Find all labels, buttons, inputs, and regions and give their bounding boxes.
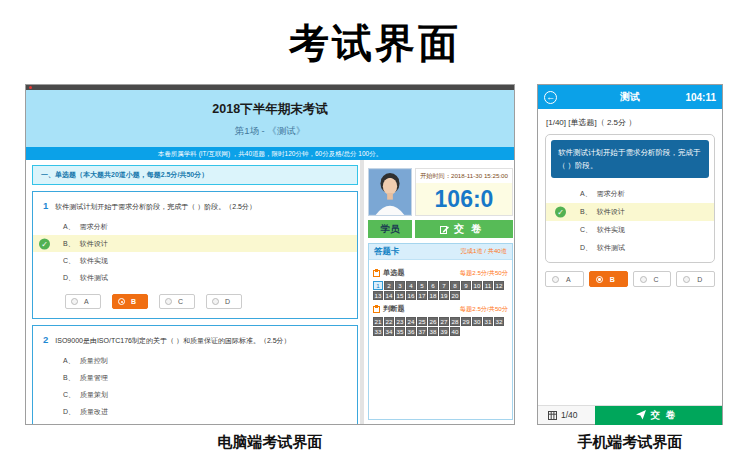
option-text: 软件实现 <box>597 226 625 233</box>
answer-card-cell[interactable]: 38 <box>428 327 438 336</box>
answer-card-cell[interactable]: 1 <box>373 281 383 290</box>
answer-card-cell[interactable]: 15 <box>395 291 405 300</box>
answer-card-cell[interactable]: 18 <box>428 291 438 300</box>
option-list: A、需求分析✓B、软件设计C、软件实现D、软件测试 <box>33 218 357 286</box>
answer-card-cell[interactable]: 34 <box>384 327 394 336</box>
answer-grid: 1234567891011121314151617181920 <box>373 281 508 300</box>
student-badge: 学员 <box>368 220 412 238</box>
answer-card-cell[interactable]: 23 <box>395 317 405 326</box>
answer-choice-button[interactable]: D <box>206 294 242 309</box>
section-header: 一、单选题（本大题共20道小题，每题2.5分/共50分） <box>32 165 358 185</box>
answer-card-cell[interactable]: 28 <box>450 317 460 326</box>
choice-letter: B <box>610 276 615 283</box>
question-number: 2 <box>43 334 48 345</box>
answer-card-cell[interactable]: 22 <box>384 317 394 326</box>
back-icon[interactable]: ← <box>544 91 557 104</box>
answer-card-cell[interactable]: 32 <box>494 317 504 326</box>
option-row[interactable]: ✓B、软件设计 <box>33 235 357 252</box>
answer-grid: 2122232425262728293031323334353637383940 <box>373 317 508 336</box>
option-row[interactable]: D、软件测试 <box>33 269 357 286</box>
scrollbar[interactable] <box>360 160 364 424</box>
question-text: 软件测试计划开始于需求分析阶段，完成于（ ）阶段。（2.5分） <box>55 203 256 210</box>
answer-card-cell[interactable]: 2 <box>384 281 394 290</box>
option-row[interactable]: C、软件实现 <box>33 252 357 269</box>
answer-card-cell[interactable]: 27 <box>439 317 449 326</box>
page-title: 考试界面 <box>0 16 750 71</box>
answer-card-cell[interactable]: 14 <box>384 291 394 300</box>
option-label: B、 <box>580 208 592 215</box>
answer-card-cell[interactable]: 36 <box>406 327 416 336</box>
answer-card-cell[interactable]: 35 <box>395 327 405 336</box>
submit-button[interactable]: 交卷 <box>415 220 513 238</box>
clipboard-icon <box>373 269 380 277</box>
answer-card-cell[interactable]: 31 <box>483 317 493 326</box>
option-row[interactable]: D、软件测试 <box>546 239 714 257</box>
answer-choice-button[interactable]: B <box>112 294 148 309</box>
option-row[interactable]: A、需求分析 <box>33 218 357 235</box>
option-row[interactable]: D、质量改进 <box>33 403 357 420</box>
option-text: 质量策划 <box>80 391 108 398</box>
option-label: D、 <box>63 274 75 281</box>
progress-indicator[interactable]: 1/40 <box>548 410 578 420</box>
answer-card-cell[interactable]: 29 <box>461 317 471 326</box>
option-row[interactable]: B、质量管理 <box>33 369 357 386</box>
answer-card-cell[interactable]: 33 <box>373 327 383 336</box>
answer-card-cell[interactable]: 7 <box>439 281 449 290</box>
answer-card-cell[interactable]: 19 <box>439 291 449 300</box>
radio-icon <box>640 276 647 283</box>
clipboard-icon <box>373 305 380 313</box>
mobile-question-text: 软件测试计划开始于需求分析阶段，完成于（ ）阶段。 <box>551 140 709 178</box>
option-row[interactable]: A、质量控制 <box>33 352 357 369</box>
answer-card-cell[interactable]: 30 <box>472 317 482 326</box>
answer-card-cell[interactable]: 11 <box>483 281 493 290</box>
answer-card-cell[interactable]: 8 <box>450 281 460 290</box>
option-row[interactable]: C、质量策划 <box>33 386 357 403</box>
answer-card-cell[interactable]: 13 <box>373 291 383 300</box>
answer-card-cell[interactable]: 39 <box>439 327 449 336</box>
answer-card-cell[interactable]: 25 <box>417 317 427 326</box>
answer-choice-button[interactable]: D <box>676 271 715 287</box>
answer-card-cell[interactable]: 12 <box>494 281 504 290</box>
choice-letter: A <box>566 276 571 283</box>
answer-card-cell[interactable]: 5 <box>417 281 427 290</box>
mobile-submit-button[interactable]: 交卷 <box>595 406 722 425</box>
answer-card-cell[interactable]: 37 <box>417 327 427 336</box>
desktop-panel: 2018下半年期末考试 第1场 - 《测试》 本卷所属学科 (IT/互联网) ，… <box>25 84 515 425</box>
start-time: 开始时间：2018-11-30 15:25:00 <box>416 169 512 183</box>
answer-card-cell[interactable]: 24 <box>406 317 416 326</box>
timer-box: 开始时间：2018-11-30 15:25:00 106:0 <box>415 168 513 216</box>
mobile-answer-buttons: ABCD <box>545 271 715 287</box>
option-row[interactable]: C、软件实现 <box>546 221 714 239</box>
answer-choice-button[interactable]: C <box>159 294 195 309</box>
question-number: 1 <box>43 200 48 211</box>
answer-choice-button[interactable]: C <box>633 271 672 287</box>
option-row[interactable]: ✓B、软件设计 <box>546 203 714 221</box>
answer-card-cell[interactable]: 16 <box>406 291 416 300</box>
radio-icon <box>552 276 559 283</box>
answer-card-cell[interactable]: 26 <box>428 317 438 326</box>
answer-card-cell[interactable]: 9 <box>461 281 471 290</box>
answer-choice-button[interactable]: A <box>65 294 101 309</box>
option-text: 需求分析 <box>80 223 108 230</box>
answer-card-cell[interactable]: 6 <box>428 281 438 290</box>
option-label: D、 <box>580 244 592 251</box>
answer-choice-button[interactable]: A <box>545 271 584 287</box>
answer-choice-button[interactable]: B <box>589 271 628 287</box>
answer-card-cell[interactable]: 40 <box>450 327 460 336</box>
answer-card-header: 答题卡 完成1道 / 共40道 <box>369 244 512 260</box>
option-row[interactable]: A、需求分析 <box>546 185 714 203</box>
question-head: 1软件测试计划开始于需求分析阶段，完成于（ ）阶段。（2.5分） <box>33 200 357 212</box>
window-chrome <box>26 85 514 90</box>
countdown-timer: 106:0 <box>416 183 512 215</box>
mobile-submit-label: 交卷 <box>651 409 682 422</box>
mobile-bottom-bar: 1/40 交卷 <box>538 405 722 424</box>
answer-card-cell[interactable]: 4 <box>406 281 416 290</box>
caption-mobile: 手机端考试界面 <box>537 433 723 452</box>
option-text: 软件设计 <box>80 240 108 247</box>
answer-card-cell[interactable]: 21 <box>373 317 383 326</box>
answer-card-cell[interactable]: 3 <box>395 281 405 290</box>
answer-card-cell[interactable]: 20 <box>450 291 460 300</box>
submit-label: 交卷 <box>454 222 488 236</box>
answer-card-cell[interactable]: 10 <box>472 281 482 290</box>
answer-card-cell[interactable]: 17 <box>417 291 427 300</box>
